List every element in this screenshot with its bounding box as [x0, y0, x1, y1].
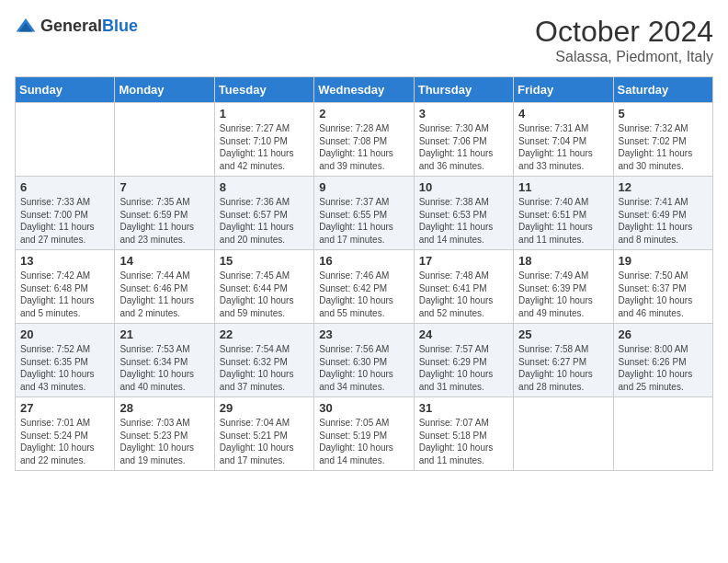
day-header-thursday: Thursday [414, 77, 513, 103]
calendar-cell: 3Sunrise: 7:30 AM Sunset: 7:06 PM Daylig… [414, 103, 513, 177]
calendar-cell: 9Sunrise: 7:37 AM Sunset: 6:55 PM Daylig… [314, 177, 414, 250]
cell-info: Sunrise: 7:57 AM Sunset: 6:29 PM Dayligh… [419, 343, 508, 393]
cell-info: Sunrise: 7:44 AM Sunset: 6:46 PM Dayligh… [119, 270, 209, 319]
day-number: 23 [319, 327, 408, 341]
location: Salassa, Piedmont, Italy [535, 49, 713, 65]
cell-info: Sunrise: 7:33 AM Sunset: 7:00 PM Dayligh… [20, 196, 109, 246]
cell-info: Sunrise: 7:58 AM Sunset: 6:27 PM Dayligh… [518, 343, 608, 393]
page-header: GeneralBlue October 2024 Salassa, Piedmo… [15, 15, 713, 65]
day-number: 9 [319, 180, 408, 194]
cell-info: Sunrise: 7:40 AM Sunset: 6:51 PM Dayligh… [518, 196, 608, 246]
calendar-cell [514, 397, 613, 471]
cell-info: Sunrise: 7:53 AM Sunset: 6:34 PM Dayligh… [119, 343, 209, 393]
day-number: 15 [220, 254, 309, 268]
calendar-cell: 26Sunrise: 8:00 AM Sunset: 6:26 PM Dayli… [613, 324, 712, 397]
cell-info: Sunrise: 7:37 AM Sunset: 6:55 PM Dayligh… [319, 196, 408, 246]
cell-info: Sunrise: 7:04 AM Sunset: 5:21 PM Dayligh… [220, 417, 309, 466]
logo-text: GeneralBlue [40, 17, 138, 36]
day-number: 29 [220, 401, 309, 415]
day-number: 16 [319, 254, 408, 268]
day-number: 6 [20, 180, 109, 194]
cell-info: Sunrise: 7:30 AM Sunset: 7:06 PM Dayligh… [419, 122, 508, 172]
calendar-table: SundayMondayTuesdayWednesdayThursdayFrid… [15, 76, 713, 471]
day-number: 11 [518, 180, 608, 194]
cell-info: Sunrise: 7:46 AM Sunset: 6:42 PM Dayligh… [319, 270, 408, 319]
cell-info: Sunrise: 7:28 AM Sunset: 7:08 PM Dayligh… [319, 122, 408, 172]
day-number: 27 [20, 401, 109, 415]
day-number: 8 [220, 180, 309, 194]
day-number: 2 [319, 107, 408, 121]
day-number: 1 [220, 107, 309, 121]
calendar-cell: 20Sunrise: 7:52 AM Sunset: 6:35 PM Dayli… [16, 324, 115, 397]
calendar-cell: 13Sunrise: 7:42 AM Sunset: 6:48 PM Dayli… [16, 250, 115, 324]
day-number: 14 [119, 254, 209, 268]
day-number: 17 [419, 254, 508, 268]
day-number: 18 [518, 254, 608, 268]
calendar-cell: 10Sunrise: 7:38 AM Sunset: 6:53 PM Dayli… [414, 177, 513, 250]
cell-info: Sunrise: 7:56 AM Sunset: 6:30 PM Dayligh… [319, 343, 408, 393]
calendar-cell: 14Sunrise: 7:44 AM Sunset: 6:46 PM Dayli… [115, 250, 214, 324]
calendar-cell: 19Sunrise: 7:50 AM Sunset: 6:37 PM Dayli… [613, 250, 712, 324]
calendar-cell: 28Sunrise: 7:03 AM Sunset: 5:23 PM Dayli… [115, 397, 214, 471]
cell-info: Sunrise: 7:03 AM Sunset: 5:23 PM Dayligh… [119, 417, 209, 466]
calendar-cell: 2Sunrise: 7:28 AM Sunset: 7:08 PM Daylig… [314, 103, 414, 177]
calendar-cell: 15Sunrise: 7:45 AM Sunset: 6:44 PM Dayli… [214, 250, 313, 324]
month-title: October 2024 [535, 15, 713, 49]
cell-info: Sunrise: 7:27 AM Sunset: 7:10 PM Dayligh… [220, 122, 309, 172]
calendar-cell: 21Sunrise: 7:53 AM Sunset: 6:34 PM Dayli… [115, 324, 214, 397]
calendar-cell: 25Sunrise: 7:58 AM Sunset: 6:27 PM Dayli… [514, 324, 613, 397]
day-number: 12 [619, 180, 708, 194]
day-number: 13 [20, 254, 109, 268]
day-header-sunday: Sunday [16, 77, 115, 103]
cell-info: Sunrise: 7:36 AM Sunset: 6:57 PM Dayligh… [220, 196, 309, 246]
day-number: 3 [419, 107, 508, 121]
day-number: 19 [619, 254, 708, 268]
cell-info: Sunrise: 7:42 AM Sunset: 6:48 PM Dayligh… [20, 270, 109, 319]
day-header-monday: Monday [115, 77, 214, 103]
day-number: 21 [119, 327, 209, 341]
cell-info: Sunrise: 7:45 AM Sunset: 6:44 PM Dayligh… [220, 270, 309, 319]
calendar-cell [16, 103, 115, 177]
cell-info: Sunrise: 7:41 AM Sunset: 6:49 PM Dayligh… [619, 196, 708, 246]
calendar-week-4: 27Sunrise: 7:01 AM Sunset: 5:24 PM Dayli… [16, 397, 713, 471]
cell-info: Sunrise: 7:32 AM Sunset: 7:02 PM Dayligh… [619, 122, 708, 172]
day-header-tuesday: Tuesday [214, 77, 313, 103]
day-number: 20 [20, 327, 109, 341]
day-number: 5 [619, 107, 708, 121]
day-number: 25 [518, 327, 608, 341]
calendar-week-3: 20Sunrise: 7:52 AM Sunset: 6:35 PM Dayli… [16, 324, 713, 397]
logo-icon [15, 15, 37, 37]
calendar-cell [613, 397, 712, 471]
day-number: 7 [119, 180, 209, 194]
calendar-week-2: 13Sunrise: 7:42 AM Sunset: 6:48 PM Dayli… [16, 250, 713, 324]
day-header-wednesday: Wednesday [314, 77, 414, 103]
cell-info: Sunrise: 7:48 AM Sunset: 6:41 PM Dayligh… [419, 270, 508, 319]
day-number: 30 [319, 401, 408, 415]
day-header-friday: Friday [514, 77, 613, 103]
day-number: 28 [119, 401, 209, 415]
calendar-cell: 27Sunrise: 7:01 AM Sunset: 5:24 PM Dayli… [16, 397, 115, 471]
day-number: 24 [419, 327, 508, 341]
calendar-week-0: 1Sunrise: 7:27 AM Sunset: 7:10 PM Daylig… [16, 103, 713, 177]
calendar-cell: 24Sunrise: 7:57 AM Sunset: 6:29 PM Dayli… [414, 324, 513, 397]
cell-info: Sunrise: 7:05 AM Sunset: 5:19 PM Dayligh… [319, 417, 408, 466]
calendar-week-1: 6Sunrise: 7:33 AM Sunset: 7:00 PM Daylig… [16, 177, 713, 250]
calendar-cell: 12Sunrise: 7:41 AM Sunset: 6:49 PM Dayli… [613, 177, 712, 250]
calendar-cell: 16Sunrise: 7:46 AM Sunset: 6:42 PM Dayli… [314, 250, 414, 324]
calendar-cell: 6Sunrise: 7:33 AM Sunset: 7:00 PM Daylig… [16, 177, 115, 250]
calendar-cell [115, 103, 214, 177]
calendar-cell: 29Sunrise: 7:04 AM Sunset: 5:21 PM Dayli… [214, 397, 313, 471]
cell-info: Sunrise: 7:49 AM Sunset: 6:39 PM Dayligh… [518, 270, 608, 319]
calendar-cell: 30Sunrise: 7:05 AM Sunset: 5:19 PM Dayli… [314, 397, 414, 471]
calendar-cell: 8Sunrise: 7:36 AM Sunset: 6:57 PM Daylig… [214, 177, 313, 250]
day-number: 31 [419, 401, 508, 415]
calendar-cell: 5Sunrise: 7:32 AM Sunset: 7:02 PM Daylig… [613, 103, 712, 177]
cell-info: Sunrise: 7:50 AM Sunset: 6:37 PM Dayligh… [619, 270, 708, 319]
cell-info: Sunrise: 8:00 AM Sunset: 6:26 PM Dayligh… [619, 343, 708, 393]
cell-info: Sunrise: 7:35 AM Sunset: 6:59 PM Dayligh… [119, 196, 209, 246]
calendar-cell: 7Sunrise: 7:35 AM Sunset: 6:59 PM Daylig… [115, 177, 214, 250]
calendar-cell: 17Sunrise: 7:48 AM Sunset: 6:41 PM Dayli… [414, 250, 513, 324]
calendar-cell: 11Sunrise: 7:40 AM Sunset: 6:51 PM Dayli… [514, 177, 613, 250]
day-number: 4 [518, 107, 608, 121]
calendar-cell: 22Sunrise: 7:54 AM Sunset: 6:32 PM Dayli… [214, 324, 313, 397]
